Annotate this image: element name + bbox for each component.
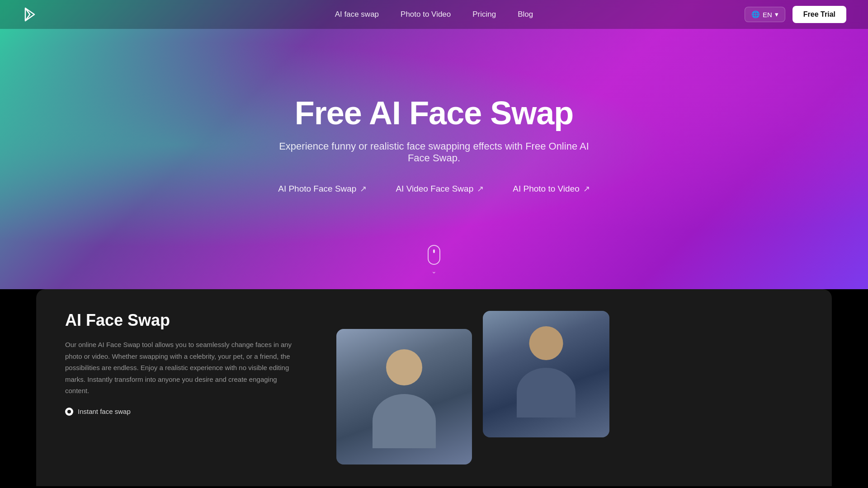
face-swap-images xyxy=(336,311,803,465)
feature-label: Instant face swap xyxy=(78,408,131,415)
hero-link-ai-photo-face-swap[interactable]: AI Photo Face Swap ↗ xyxy=(278,184,367,194)
hero-subtitle: Experience funny or realistic face swapp… xyxy=(276,141,592,164)
nav-item-ai-face-swap[interactable]: AI face swap xyxy=(335,10,379,19)
navbar: AI face swap Photo to Video Pricing Blog… xyxy=(0,0,868,29)
hero-link-label-3: AI Photo to Video xyxy=(513,184,580,194)
hero-title: Free AI Face Swap xyxy=(295,95,574,131)
scroll-chevron-icon: ⌄ xyxy=(431,267,437,275)
face-swap-section: AI Face Swap Our online AI Face Swap too… xyxy=(65,311,803,465)
hero-content: Free AI Face Swap Experience funny or re… xyxy=(276,95,592,193)
face-swap-description: Our online AI Face Swap tool allows you … xyxy=(65,339,300,397)
feature-dot-icon xyxy=(65,408,73,416)
feature-instant-face-swap: Instant face swap xyxy=(65,408,300,416)
nav-item-pricing[interactable]: Pricing xyxy=(472,10,496,19)
free-trial-button[interactable]: Free Trial xyxy=(793,6,846,23)
face-image-primary xyxy=(336,329,472,465)
lang-label: EN xyxy=(763,11,772,19)
nav-item-photo-to-video[interactable]: Photo to Video xyxy=(401,10,451,19)
face-swap-section-title: AI Face Swap xyxy=(65,311,300,330)
nav-item-blog[interactable]: Blog xyxy=(518,10,533,19)
hero-section: Free AI Face Swap Experience funny or re… xyxy=(0,0,868,289)
external-link-icon-2: ↗ xyxy=(477,184,484,194)
nav-links: AI face swap Photo to Video Pricing Blog xyxy=(335,10,533,19)
language-selector[interactable]: 🌐 EN ▾ xyxy=(745,7,785,22)
hero-links: AI Photo Face Swap ↗ AI Video Face Swap … xyxy=(278,184,590,194)
chevron-down-icon: ▾ xyxy=(775,10,778,19)
face-swap-text: AI Face Swap Our online AI Face Swap too… xyxy=(65,311,300,416)
main-section: AI Face Swap Our online AI Face Swap too… xyxy=(36,289,832,486)
face-photo-placeholder-2 xyxy=(483,311,609,437)
hero-link-label-1: AI Photo Face Swap xyxy=(278,184,356,194)
hero-link-ai-video-face-swap[interactable]: AI Video Face Swap ↗ xyxy=(396,184,484,194)
external-link-icon-3: ↗ xyxy=(583,184,590,194)
face-image-secondary xyxy=(483,311,609,437)
face-photo-placeholder-1 xyxy=(336,329,472,465)
external-link-icon-1: ↗ xyxy=(360,184,367,194)
scroll-dot xyxy=(433,249,435,253)
scroll-indicator: ⌄ xyxy=(428,245,440,275)
nav-right: 🌐 EN ▾ Free Trial xyxy=(745,6,846,23)
hero-link-ai-photo-to-video[interactable]: AI Photo to Video ↗ xyxy=(513,184,590,194)
logo-icon xyxy=(22,6,38,23)
hero-link-label-2: AI Video Face Swap xyxy=(396,184,473,194)
logo[interactable] xyxy=(22,6,38,23)
scroll-mouse-icon xyxy=(428,245,440,265)
globe-icon: 🌐 xyxy=(751,10,760,19)
